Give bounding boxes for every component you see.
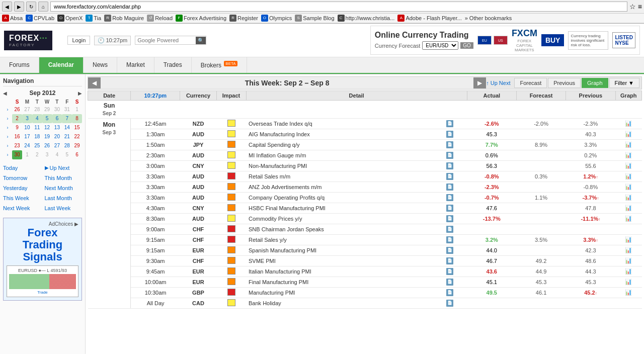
info-cell[interactable]: 📄: [444, 182, 467, 192]
info-icon[interactable]: 📄: [446, 131, 453, 138]
graph-cell[interactable]: 📊: [615, 266, 642, 277]
info-cell[interactable]: 📄: [444, 118, 467, 129]
bar-chart-icon[interactable]: 📊: [625, 120, 632, 126]
info-cell[interactable]: 📄: [444, 150, 467, 160]
home-button[interactable]: ⌂: [38, 2, 48, 12]
bar-chart-icon[interactable]: 📊: [625, 194, 632, 200]
previous-button[interactable]: Previous: [548, 78, 581, 88]
cal-day[interactable]: 24: [22, 141, 32, 150]
graph-button[interactable]: Graph: [582, 78, 608, 88]
up-next-button[interactable]: ↑ Up Next: [486, 80, 510, 86]
info-icon[interactable]: 📄: [446, 162, 453, 169]
info-icon[interactable]: 📄: [446, 215, 453, 222]
cal-day[interactable]: 21: [62, 132, 72, 141]
nav-market[interactable]: Market: [117, 57, 154, 73]
cal-day[interactable]: 28: [62, 141, 72, 150]
bar-chart-icon[interactable]: 📊: [625, 257, 632, 263]
bar-chart-icon[interactable]: 📊: [625, 279, 632, 285]
cal-day[interactable]: 13: [52, 123, 62, 132]
info-icon[interactable]: 📄: [446, 184, 453, 191]
cal-day[interactable]: 29: [42, 105, 52, 114]
cal-day[interactable]: 14: [62, 123, 72, 132]
info-cell[interactable]: 📄: [444, 160, 467, 171]
graph-cell[interactable]: 📊: [615, 213, 642, 224]
cal-day[interactable]: 23: [12, 141, 22, 150]
week-num[interactable]: ›: [3, 114, 12, 123]
info-icon[interactable]: 📄: [446, 152, 453, 159]
graph-cell[interactable]: 📊: [615, 139, 642, 150]
bm-adobe[interactable]: A Adobe - Flash Player...: [397, 15, 461, 22]
info-icon[interactable]: 📄: [446, 226, 453, 233]
cal-day[interactable]: 4: [52, 150, 62, 159]
link-nextmonth[interactable]: Next Month: [45, 184, 83, 193]
info-cell[interactable]: 📄: [444, 203, 467, 213]
link-upnext[interactable]: ▶ Up Next: [45, 163, 83, 172]
ad-trade-link[interactable]: Trade: [9, 290, 76, 295]
cal-day[interactable]: 10: [22, 123, 32, 132]
link-thismonth[interactable]: This Month: [45, 173, 83, 183]
cal-day[interactable]: 26: [12, 105, 22, 114]
info-cell[interactable]: 📄: [444, 255, 467, 266]
link-nextweek[interactable]: Next Week: [3, 204, 41, 213]
cal-day[interactable]: 2: [12, 114, 22, 123]
info-cell[interactable]: 📄: [444, 266, 467, 277]
info-icon[interactable]: 📄: [446, 120, 453, 127]
cal-day[interactable]: 5: [62, 150, 72, 159]
info-cell[interactable]: 📄: [444, 234, 467, 245]
bm-forexadv[interactable]: F Forex Advertising: [176, 15, 226, 22]
bar-chart-icon[interactable]: 📊: [625, 236, 632, 242]
bm-reload[interactable]: ↺ Reload: [147, 15, 173, 22]
link-lastweek[interactable]: Last Week: [45, 204, 83, 213]
cal-day[interactable]: 17: [22, 132, 32, 141]
info-cell[interactable]: 📄: [444, 129, 467, 139]
login-button[interactable]: Login: [67, 36, 90, 45]
cal-day[interactable]: 6: [52, 114, 62, 123]
info-icon[interactable]: 📄: [446, 247, 453, 254]
cal-day[interactable]: 29: [72, 141, 82, 150]
info-icon[interactable]: 📄: [446, 289, 453, 296]
bm-register[interactable]: R Register: [229, 15, 258, 22]
cal-day[interactable]: 16: [12, 132, 22, 141]
bar-chart-icon[interactable]: 📊: [625, 247, 632, 253]
bm-openx[interactable]: O OpenX: [57, 15, 83, 22]
info-cell[interactable]: 📄: [444, 224, 467, 234]
graph-cell[interactable]: 📊: [615, 245, 642, 255]
forward-button[interactable]: ▶: [14, 2, 24, 12]
info-icon[interactable]: 📄: [446, 236, 453, 243]
info-cell[interactable]: 📄: [444, 139, 467, 150]
graph-cell[interactable]: 📊: [615, 234, 642, 245]
info-icon[interactable]: 📄: [446, 173, 453, 180]
cal-day[interactable]: 3: [22, 114, 32, 123]
info-icon[interactable]: 📄: [446, 268, 453, 275]
search-button[interactable]: 🔍: [196, 37, 206, 44]
nav-forums[interactable]: Forums: [0, 57, 39, 73]
bar-chart-icon[interactable]: 📊: [625, 215, 632, 221]
link-yesterday[interactable]: Yesterday: [3, 184, 41, 193]
cal-day[interactable]: 27: [52, 141, 62, 150]
link-lastmonth[interactable]: Last Month: [45, 194, 83, 203]
week-num[interactable]: ›: [3, 132, 12, 141]
cal-day[interactable]: 2: [32, 150, 42, 159]
next-week-button[interactable]: ▶: [473, 77, 486, 88]
address-bar[interactable]: [50, 2, 627, 12]
star-icon[interactable]: ☆: [629, 3, 636, 11]
bar-chart-icon[interactable]: 📊: [625, 131, 632, 137]
menu-icon[interactable]: ≡: [638, 3, 642, 11]
cal-day[interactable]: 1: [72, 105, 82, 114]
bar-chart-icon[interactable]: 📊: [625, 184, 632, 190]
week-num[interactable]: ›: [3, 105, 12, 114]
graph-cell[interactable]: 📊: [615, 255, 642, 266]
graph-cell[interactable]: 📊: [615, 118, 642, 129]
info-icon[interactable]: 📄: [446, 205, 453, 212]
graph-cell[interactable]: 📊: [615, 160, 642, 171]
info-icon[interactable]: 📄: [446, 141, 453, 148]
info-cell[interactable]: 📄: [444, 213, 467, 224]
info-cell[interactable]: 📄: [444, 287, 467, 298]
bm-olympics[interactable]: O Olympics: [261, 15, 292, 22]
link-today[interactable]: Today: [3, 163, 41, 172]
info-cell[interactable]: 📄: [444, 298, 467, 308]
bm-absa[interactable]: A Absa: [2, 15, 23, 22]
graph-cell[interactable]: 📊: [615, 277, 642, 287]
cal-day[interactable]: 20: [52, 132, 62, 141]
graph-cell[interactable]: 📊: [615, 203, 642, 213]
